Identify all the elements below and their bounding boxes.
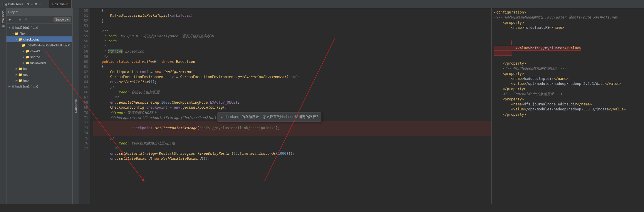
- error-icon: ●: [220, 115, 223, 120]
- cloud-icon[interactable]: ☁: [31, 2, 33, 6]
- folder-icon: 📁: [25, 61, 29, 65]
- code-line-65: /*: [93, 85, 491, 90]
- top-bar: Big Data Tools ⚙ ☁ ⚙ — Eos.java ✕: [0, 0, 644, 8]
- xml-line-8: <property>: [494, 71, 642, 76]
- code-line-73: /*: [93, 136, 491, 141]
- code-line-67: */: [93, 95, 491, 100]
- app-title: Big Data Tools: [2, 2, 23, 6]
- code-line-63: StreamExecutionEnvironment env = StreamE…: [93, 75, 491, 80]
- tree-label: shared: [30, 55, 40, 59]
- minimize-icon[interactable]: —: [39, 2, 41, 6]
- expand-arrow: ▶: [22, 61, 25, 64]
- code-line-61: {: [93, 64, 491, 69]
- code-line-50: {: [93, 8, 491, 13]
- tree-item-hash[interactable]: ▾ 📁 6587060d76ab0defb73d0885a50: [6, 42, 72, 48]
- file-tree: ▾ 🖥 had21dn1 (../../) ▾ 📁 flink ▾ 📁 chec…: [6, 23, 72, 204]
- tree-item-chk49[interactable]: ▶ 📁 chk-49...: [6, 48, 72, 54]
- xml-line-3: <property>: [494, 20, 642, 25]
- code-line-53: [93, 23, 491, 28]
- tree-label: had21nn1 (../../): [15, 85, 38, 88]
- tree-label: tmp: [23, 79, 28, 82]
- tree-item-checkpoint[interactable]: ▾ 📁 checkpoint: [6, 36, 72, 42]
- xml-line-5: <value>hdfs://mycluster</value>: [494, 31, 642, 61]
- tree-item-opt[interactable]: ▶ 📁 opt: [6, 72, 72, 78]
- left-side-icons: Big Data Tools: [0, 8, 6, 204]
- xml-line-7: <!-- 指定Hadoop数据的存储目录 -->: [494, 66, 642, 71]
- xml-content: <configuration> <!-- HA指定NameNode的地址，myc…: [492, 8, 644, 119]
- tree-label: taskowned: [30, 61, 46, 65]
- tree-item-ha[interactable]: ▶ 📁 ha: [6, 66, 72, 72]
- code-view: 50 51 52 53 54 55 56 57 58 59 60 61 62 6…: [79, 8, 491, 204]
- xml-line-14: <name>dfs.journalnode.edits.dir</name>: [494, 102, 642, 107]
- config-icon[interactable]: ⚙: [35, 2, 37, 6]
- tree-item-flink[interactable]: ▾ 📁 flink: [6, 31, 72, 36]
- top-bar-icons: ⚙ ☁ ⚙ —: [27, 2, 41, 6]
- code-line-56: * todo:: [93, 39, 491, 44]
- code-line-60: public static void method() throws Excep…: [93, 59, 491, 64]
- xml-line-13: <property>: [494, 97, 642, 102]
- tooltip-text: checkpoint的存储目录，怎么设置为Hadoop HA指定的路径?: [224, 115, 318, 120]
- remove-btn[interactable]: —: [13, 17, 17, 22]
- xml-line-1: <configuration>: [494, 10, 642, 15]
- code-line-51: KafkaUtils.createKafkaTopic(kafkaTopic);: [93, 13, 491, 18]
- main-layout: Big Data Tools Project + — ✎ ⤢ Support ▼…: [0, 8, 644, 204]
- xml-line-16: </property>: [494, 112, 642, 117]
- tree-item-tmp[interactable]: ▶ 📁 tmp: [6, 78, 72, 83]
- folder-icon: 📁: [25, 55, 29, 59]
- xml-line-6: </property>: [494, 61, 642, 66]
- project-panel: Project + — ✎ ⤢ Support ▼ ▾ 🖥 had21dn1 (…: [6, 8, 73, 204]
- folder-icon: 📁: [18, 79, 22, 83]
- tree-item-had21dn1[interactable]: ▾ 🖥 had21dn1 (../../): [6, 25, 72, 31]
- code-line-62: Configuration conf = new Configuration()…: [93, 70, 491, 75]
- line-numbers: 50 51 52 53 54 55 56 57 58 59 60 61 62 6…: [79, 8, 90, 204]
- code-line-75: */: [93, 146, 491, 151]
- tab-label: Eos.java: [52, 2, 65, 6]
- add-btn[interactable]: +: [8, 17, 12, 22]
- folder-icon: 📁: [22, 43, 26, 47]
- editor-area: 50 51 52 53 54 55 56 57 58 59 60 61 62 6…: [79, 8, 491, 204]
- edit-btn[interactable]: ✎: [18, 17, 22, 22]
- expand-arrow: ▶: [8, 85, 11, 88]
- tree-item-shared[interactable]: ▶ 📁 shared: [6, 54, 72, 60]
- tab-eos-java[interactable]: Eos.java ✕: [49, 0, 72, 8]
- expand-arrow: ▾: [8, 26, 11, 29]
- server-icon: 🖥: [11, 26, 14, 29]
- xml-line-10: <value>/opt/modules/hadoop/hadoop-3.3.3/…: [494, 81, 642, 86]
- panel-header: Project: [6, 8, 72, 16]
- xml-line-9: <name>hadoop.tmp.dir</name>: [494, 76, 642, 81]
- tree-label: opt: [23, 73, 28, 76]
- support-button[interactable]: Support ▼: [53, 17, 71, 22]
- xml-panel: <configuration> <!-- HA指定NameNode的地址，myc…: [491, 8, 644, 204]
- code-content[interactable]: { KafkaUtils.createKafkaTopic(kafkaTopic…: [90, 8, 491, 204]
- code-line-59: */: [93, 54, 491, 59]
- code-line-72: checkpoint.setCheckpointStorage("hdfs://…: [93, 121, 491, 136]
- expand-arrow: ▾: [18, 44, 22, 47]
- code-line-76: env.setRestartStrategy(RestartStrategies…: [93, 151, 491, 156]
- xml-line-15: <value>/opt/modules/hadoop/hadoop-3.3.3/…: [494, 107, 642, 112]
- tooltip-popup: ● checkpoint的存储目录，怎么设置为Hadoop HA指定的路径?: [217, 112, 321, 122]
- code-line-69: CheckpointConfig checkpoint = env.getChe…: [93, 105, 491, 110]
- settings-icon[interactable]: ⚙: [27, 2, 29, 6]
- xml-line-4: <name>fs.defaultFS</name>: [494, 25, 642, 30]
- tree-label: flink: [20, 32, 26, 35]
- tree-item-had21nn1[interactable]: ▶ 🖥 had21nn1 (../../): [6, 83, 72, 89]
- tab-close-icon[interactable]: ✕: [66, 2, 68, 6]
- expand-arrow: ▶: [22, 50, 25, 53]
- code-line-58: * @throws Exception: [93, 49, 491, 54]
- tree-label: had21dn1 (../../): [15, 26, 38, 29]
- expand-arrow: ▾: [11, 32, 15, 35]
- code-line-54: /**: [93, 29, 491, 34]
- server-icon: 🖥: [11, 85, 14, 88]
- folder-icon: 📁: [18, 73, 22, 77]
- tree-label: ha: [23, 67, 27, 70]
- xml-line-2: <!-- HA指定NameNode的地址，mycluster 是hdfs-sit…: [494, 15, 642, 20]
- expand-btn[interactable]: ⤢: [23, 17, 28, 22]
- tree-item-taskowned[interactable]: ▶ 📁 taskowned: [6, 60, 72, 66]
- code-line-64: env.setParallelism(1);: [93, 80, 491, 85]
- big-data-tools-tab[interactable]: Big Data Tools: [1, 9, 5, 31]
- expand-arrow: ▶: [15, 73, 18, 76]
- code-line-74: todo: task级别故障自动重启策略: [93, 141, 491, 146]
- database-tab[interactable]: Database: [73, 97, 78, 115]
- folder-icon: 📁: [18, 67, 22, 71]
- code-line-68: env.enableCheckpointing(1000,Checkpointi…: [93, 100, 491, 105]
